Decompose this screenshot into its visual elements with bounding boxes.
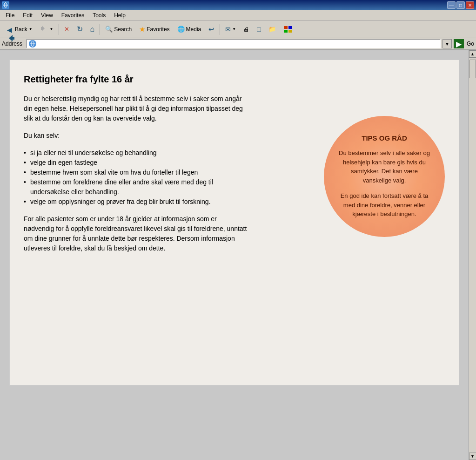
scroll-down-button[interactable]: ▼ bbox=[469, 453, 476, 460]
history-icon bbox=[208, 25, 215, 34]
history-button[interactable] bbox=[205, 22, 218, 36]
tips-paragraph-2: En god ide kan fortsatt være å ta med di… bbox=[338, 191, 431, 219]
toolbar: Back ▼ ▼ Search Favorites Media bbox=[0, 20, 476, 38]
address-text-input[interactable] bbox=[38, 41, 438, 47]
close-button[interactable]: ✕ bbox=[466, 1, 474, 9]
mail-button[interactable]: ▼ bbox=[222, 22, 239, 36]
window-controls: — □ ✕ bbox=[447, 1, 474, 9]
scrollbar-right: ▲ ▼ bbox=[469, 50, 476, 460]
svg-rect-7 bbox=[284, 26, 288, 29]
svg-rect-6 bbox=[41, 27, 43, 30]
list-item: velge om opplysninger og prøver fra deg … bbox=[24, 197, 247, 207]
tips-title: TIPS OG RÅD bbox=[362, 134, 407, 142]
media-button[interactable]: Media bbox=[174, 22, 205, 36]
media-icon bbox=[177, 26, 185, 33]
menu-favorites[interactable]: Favorites bbox=[58, 11, 88, 20]
scroll-thumb[interactable] bbox=[469, 60, 476, 78]
content-wrapper: Rettigheter fra fylte 16 år Du er helser… bbox=[0, 50, 469, 460]
article-paragraph-2: For alle pasienter som er under 18 år gj… bbox=[24, 214, 247, 253]
separator-3 bbox=[220, 24, 220, 35]
separator-2 bbox=[100, 24, 100, 35]
separator-1 bbox=[59, 24, 59, 35]
back-icon bbox=[5, 26, 13, 33]
svg-rect-4 bbox=[13, 37, 14, 40]
article-title: Rettigheter fra fylte 16 år bbox=[24, 74, 445, 85]
go-arrow-icon: ▶ bbox=[456, 40, 462, 48]
minimize-button[interactable]: — bbox=[447, 1, 456, 9]
tips-paragraph-1: Du bestemmer selv i alle saker og helseh… bbox=[338, 149, 431, 185]
list-item: velge din egen fastlege bbox=[24, 158, 247, 168]
folder-button[interactable] bbox=[265, 22, 279, 36]
back-label: Back bbox=[15, 26, 27, 33]
go-label: Go bbox=[466, 41, 474, 47]
article-box: Rettigheter fra fylte 16 år Du er helser… bbox=[9, 60, 459, 386]
dropdown-arrow-icon: ▼ bbox=[445, 41, 449, 47]
back-dropdown-arrow: ▼ bbox=[29, 27, 33, 31]
title-bar-left bbox=[2, 1, 9, 9]
tips-circle: TIPS OG RÅD Du bestemmer selv i alle sak… bbox=[324, 116, 445, 237]
refresh-icon bbox=[77, 25, 83, 34]
search-button[interactable]: Search bbox=[102, 22, 135, 36]
folder-icon bbox=[268, 26, 276, 33]
scroll-track bbox=[469, 58, 476, 453]
svg-rect-8 bbox=[288, 26, 292, 29]
favorites-label: Favorites bbox=[147, 26, 169, 33]
refresh-button[interactable] bbox=[74, 22, 86, 36]
windows-icon bbox=[283, 26, 293, 33]
print-icon bbox=[243, 26, 249, 33]
ie-icon bbox=[2, 1, 9, 9]
address-dropdown-button[interactable]: ▼ bbox=[442, 39, 452, 48]
menu-edit[interactable]: Edit bbox=[19, 11, 36, 20]
menu-help[interactable]: Help bbox=[110, 11, 129, 20]
print-button[interactable] bbox=[240, 22, 253, 36]
main-area: Rettigheter fra fylte 16 år Du er helser… bbox=[0, 50, 476, 460]
forward-dropdown-arrow: ▼ bbox=[50, 27, 54, 31]
media-label: Media bbox=[186, 26, 201, 33]
favorites-button[interactable]: Favorites bbox=[136, 22, 173, 36]
menu-tools[interactable]: Tools bbox=[89, 11, 109, 20]
address-input-wrapper bbox=[26, 39, 441, 48]
address-ie-icon bbox=[29, 40, 36, 47]
address-bar: Address ▼ ▶ Go bbox=[0, 38, 476, 50]
menu-file[interactable]: File bbox=[2, 11, 18, 20]
edit-button[interactable] bbox=[254, 22, 264, 36]
maximize-button[interactable]: □ bbox=[456, 1, 465, 9]
svg-marker-3 bbox=[9, 35, 13, 41]
scroll-up-button[interactable]: ▲ bbox=[469, 50, 476, 58]
forward-icon bbox=[40, 24, 48, 34]
title-bar: — □ ✕ bbox=[0, 0, 476, 10]
back-button[interactable]: Back ▼ bbox=[2, 22, 36, 36]
home-icon bbox=[90, 25, 95, 34]
edit-icon bbox=[257, 26, 261, 33]
article-subheading: Du kan selv: bbox=[24, 131, 247, 141]
article-list: si ja eller nei til undersøkelse og beha… bbox=[24, 148, 247, 207]
forward-button[interactable]: ▼ bbox=[37, 22, 57, 36]
mail-dropdown-arrow: ▼ bbox=[232, 27, 236, 31]
search-icon bbox=[105, 26, 113, 33]
menu-bar: File Edit View Favorites Tools Help bbox=[0, 10, 476, 20]
windows-button[interactable] bbox=[280, 22, 296, 36]
svg-rect-9 bbox=[284, 30, 288, 33]
search-label: Search bbox=[114, 26, 132, 33]
favorites-star-icon bbox=[139, 25, 145, 34]
home-button[interactable] bbox=[87, 22, 98, 36]
list-item: bestemme hvem som skal vite om hva du fo… bbox=[24, 168, 247, 177]
article-paragraph-1: Du er helserettslig myndig og har rett t… bbox=[24, 94, 247, 123]
menu-view[interactable]: View bbox=[37, 11, 57, 20]
list-item: bestemme om foreldrene dine eller andre … bbox=[24, 177, 247, 197]
stop-icon bbox=[64, 26, 69, 33]
svg-rect-10 bbox=[288, 30, 292, 33]
list-item: si ja eller nei til undersøkelse og beha… bbox=[24, 148, 247, 158]
stop-button[interactable] bbox=[61, 22, 73, 36]
article-body: Du er helserettslig myndig og har rett t… bbox=[24, 94, 247, 253]
mail-icon bbox=[225, 26, 231, 33]
go-button[interactable]: ▶ bbox=[454, 39, 464, 48]
